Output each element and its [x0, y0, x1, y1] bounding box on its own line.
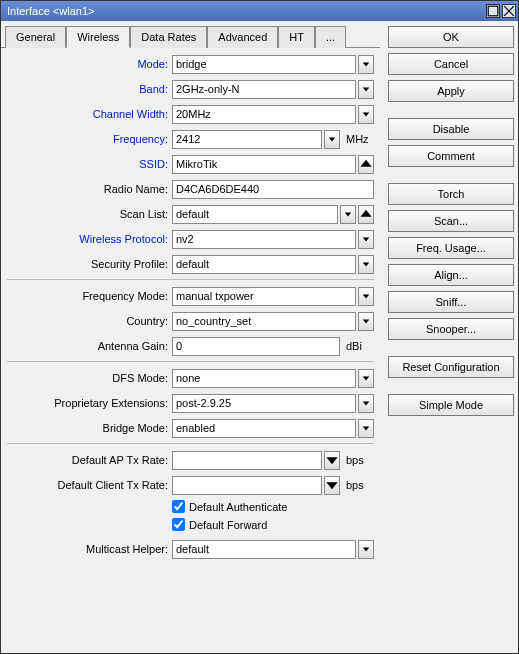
- defcltx-expand-icon[interactable]: [324, 476, 340, 495]
- secprof-dropdown-icon[interactable]: [358, 255, 374, 274]
- resetcfg-button[interactable]: Reset Configuration: [388, 356, 514, 378]
- interface-window: Interface <wlan1> GeneralWirelessData Ra…: [0, 0, 519, 654]
- form-area: Mode: Band: Channel Width: Frequency: MH…: [1, 48, 380, 649]
- wproto-dropdown-icon[interactable]: [358, 230, 374, 249]
- defauth-checkbox[interactable]: [172, 500, 185, 513]
- svg-marker-6: [329, 137, 335, 141]
- separator: [7, 279, 374, 280]
- disable-button[interactable]: Disable: [388, 118, 514, 140]
- scanlist-collapse-icon[interactable]: [358, 205, 374, 224]
- scanlist-label: Scan List:: [7, 208, 172, 220]
- svg-marker-7: [360, 160, 371, 167]
- secprof-input[interactable]: [172, 255, 356, 274]
- ssid-input[interactable]: [172, 155, 356, 174]
- align-button[interactable]: Align...: [388, 264, 514, 286]
- freq-dropdown-icon[interactable]: [324, 130, 340, 149]
- svg-marker-12: [363, 294, 369, 298]
- dfsmode-row: DFS Mode:: [7, 368, 374, 388]
- ok-button[interactable]: OK: [388, 26, 514, 48]
- radioname-label: Radio Name:: [7, 183, 172, 195]
- ssid-collapse-icon[interactable]: [358, 155, 374, 174]
- band-label: Band:: [7, 83, 172, 95]
- defaptx-input[interactable]: [172, 451, 322, 470]
- defcltx-input[interactable]: [172, 476, 322, 495]
- tab-data-rates[interactable]: Data Rates: [130, 26, 207, 48]
- sniff-button[interactable]: Sniff...: [388, 291, 514, 313]
- tab--[interactable]: ...: [315, 26, 346, 48]
- freqmode-row: Frequency Mode:: [7, 286, 374, 306]
- tab-ht[interactable]: HT: [278, 26, 315, 48]
- checkbox-row: Default Authenticate Default Forward: [7, 500, 374, 534]
- country-dropdown-icon[interactable]: [358, 312, 374, 331]
- wproto-label: Wireless Protocol:: [7, 233, 172, 245]
- freq-input[interactable]: [172, 130, 322, 149]
- svg-marker-13: [363, 319, 369, 323]
- secprof-row: Security Profile:: [7, 254, 374, 274]
- simplemode-button[interactable]: Simple Mode: [388, 394, 514, 416]
- antgain-unit: dBi: [342, 340, 374, 352]
- wproto-row: Wireless Protocol:: [7, 229, 374, 249]
- band-input[interactable]: [172, 80, 356, 99]
- tab-wireless[interactable]: Wireless: [66, 26, 130, 48]
- tab-advanced[interactable]: Advanced: [207, 26, 278, 48]
- scanlist-input[interactable]: [172, 205, 338, 224]
- svg-marker-14: [363, 376, 369, 380]
- scan-button[interactable]: Scan...: [388, 210, 514, 232]
- close-icon[interactable]: [502, 4, 516, 18]
- propext-dropdown-icon[interactable]: [358, 394, 374, 413]
- minimize-icon[interactable]: [486, 4, 500, 18]
- freq-label: Frequency:: [7, 133, 172, 145]
- wproto-input[interactable]: [172, 230, 356, 249]
- antgain-input[interactable]: [172, 337, 340, 356]
- snooper-button[interactable]: Snooper...: [388, 318, 514, 340]
- propext-input[interactable]: [172, 394, 356, 413]
- freq-unit: MHz: [342, 133, 374, 145]
- defaptx-row: Default AP Tx Rate: bps: [7, 450, 374, 470]
- deffwd-label: Default Forward: [189, 519, 267, 531]
- frequsage-button[interactable]: Freq. Usage...: [388, 237, 514, 259]
- ssid-row: SSID:: [7, 154, 374, 174]
- apply-button[interactable]: Apply: [388, 80, 514, 102]
- defcltx-unit: bps: [342, 479, 374, 491]
- chwidth-input[interactable]: [172, 105, 356, 124]
- bridgemode-dropdown-icon[interactable]: [358, 419, 374, 438]
- tab-general[interactable]: General: [5, 26, 66, 48]
- comment-button[interactable]: Comment: [388, 145, 514, 167]
- freqmode-dropdown-icon[interactable]: [358, 287, 374, 306]
- freqmode-input[interactable]: [172, 287, 356, 306]
- svg-rect-0: [488, 6, 498, 16]
- mode-input[interactable]: [172, 55, 356, 74]
- dfsmode-input[interactable]: [172, 369, 356, 388]
- svg-marker-11: [363, 262, 369, 266]
- mode-row: Mode:: [7, 54, 374, 74]
- defauth-label: Default Authenticate: [189, 501, 287, 513]
- country-input[interactable]: [172, 312, 356, 331]
- secprof-label: Security Profile:: [7, 258, 172, 270]
- titlebar: Interface <wlan1>: [1, 1, 518, 21]
- country-label: Country:: [7, 315, 172, 327]
- torch-button[interactable]: Torch: [388, 183, 514, 205]
- chwidth-label: Channel Width:: [7, 108, 172, 120]
- mcasthelper-dropdown-icon[interactable]: [358, 540, 374, 559]
- mode-dropdown-icon[interactable]: [358, 55, 374, 74]
- deffwd-checkbox[interactable]: [172, 518, 185, 531]
- mcasthelper-input[interactable]: [172, 540, 356, 559]
- separator: [7, 443, 374, 444]
- chwidth-row: Channel Width:: [7, 104, 374, 124]
- scanlist-dropdown-icon[interactable]: [340, 205, 356, 224]
- band-row: Band:: [7, 79, 374, 99]
- cancel-button[interactable]: Cancel: [388, 53, 514, 75]
- radioname-input[interactable]: [172, 180, 374, 199]
- bridgemode-input[interactable]: [172, 419, 356, 438]
- radioname-row: Radio Name:: [7, 179, 374, 199]
- dfsmode-dropdown-icon[interactable]: [358, 369, 374, 388]
- defaptx-expand-icon[interactable]: [324, 451, 340, 470]
- deffwd-row: Default Forward: [172, 518, 267, 531]
- separator: [7, 361, 374, 362]
- antgain-row: Antenna Gain: dBi: [7, 336, 374, 356]
- svg-marker-4: [363, 87, 369, 91]
- band-dropdown-icon[interactable]: [358, 80, 374, 99]
- freq-row: Frequency: MHz: [7, 129, 374, 149]
- defauth-row: Default Authenticate: [172, 500, 287, 513]
- chwidth-dropdown-icon[interactable]: [358, 105, 374, 124]
